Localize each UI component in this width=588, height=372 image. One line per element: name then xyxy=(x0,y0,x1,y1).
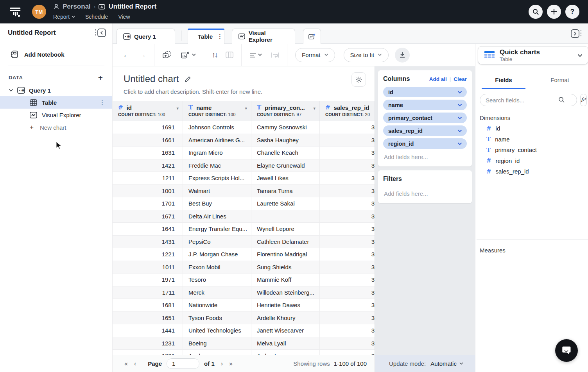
column-field-pill[interactable]: name xyxy=(383,100,467,110)
quick-charts-dropdown[interactable]: Quick charts Table xyxy=(478,46,588,64)
help-button[interactable]: ? xyxy=(565,5,579,19)
add-data-button[interactable]: + xyxy=(98,75,103,80)
table-item-menu-button[interactable]: ⋮ xyxy=(99,99,105,106)
column-header-primary-contact[interactable]: Tprimary_con... ▾ COUNT DISTINCT: 97 xyxy=(251,101,320,121)
column-field-pill[interactable]: id xyxy=(383,87,467,97)
cell-primary-contact: Janett Wisecarver xyxy=(251,324,320,337)
chart-description-placeholder[interactable]: Click to add chart description. Shift-en… xyxy=(124,88,375,95)
breadcrumb-workspace[interactable]: Personal xyxy=(63,3,91,11)
column-header-id[interactable]: #id ▾ COUNT DISTINCT: 100 xyxy=(113,101,183,121)
table-row[interactable]: 1971 Tesoro Mammie Koff 3215 xyxy=(113,274,375,286)
add-all-link[interactable]: Add all xyxy=(429,76,447,82)
tab-table[interactable]: Table ⋮ xyxy=(188,29,224,44)
next-page-button[interactable]: › xyxy=(221,360,223,367)
tab-table-menu-button[interactable]: ⋮ xyxy=(217,33,223,40)
format-dropdown[interactable]: Format xyxy=(295,48,335,62)
clear-link[interactable]: Clear xyxy=(454,76,467,82)
tab-visual-explorer[interactable]: Visual Explorer xyxy=(232,29,295,44)
column-field-pill[interactable]: region_id xyxy=(383,138,467,149)
field-type-icon: # xyxy=(486,168,491,175)
new-chart-tab-button[interactable] xyxy=(303,29,321,44)
table-row[interactable]: 1641 Energy Transfer Equ... Wynell Lepor… xyxy=(113,223,375,236)
tab-fields[interactable]: Fields xyxy=(475,71,532,89)
column-field-pill[interactable]: sales_rep_id xyxy=(383,125,467,136)
divider xyxy=(477,239,588,240)
table-row[interactable]: 1691 Johnson Controls Cammy Sosnowski 32… xyxy=(113,121,375,134)
divider xyxy=(154,44,154,66)
chart-title[interactable]: Untitled chart xyxy=(124,73,179,84)
table-row[interactable]: 1431 PepsiCo Cathleen Delamater 3215 xyxy=(113,236,375,249)
user-avatar[interactable]: TM xyxy=(32,5,46,19)
cell-id: 1661 xyxy=(113,134,183,147)
sidebar-item-query[interactable]: ✳ Query 1 xyxy=(0,84,112,96)
last-page-button[interactable]: » xyxy=(229,360,233,367)
column-menu-caret[interactable]: ▾ xyxy=(313,106,316,111)
menu-report[interactable]: Report xyxy=(53,14,75,20)
column-field-pill[interactable]: primary_contact xyxy=(383,113,467,123)
column-menu-caret[interactable]: ▾ xyxy=(176,106,179,111)
table-row[interactable]: 1231 Boeing Melva Lyall 3215 xyxy=(113,337,375,350)
chat-support-button[interactable] xyxy=(555,339,578,362)
add-button[interactable] xyxy=(547,5,561,19)
add-formula-button[interactable]: fx+ xyxy=(580,94,587,106)
dimension-field[interactable]: T name xyxy=(475,134,588,145)
tab-format[interactable]: Format xyxy=(532,71,588,89)
page-number-input[interactable] xyxy=(167,358,199,369)
add-summary-button[interactable] xyxy=(162,51,172,59)
update-mode-bar: Update mode: Automatic xyxy=(375,355,475,372)
redo-button[interactable]: → xyxy=(139,51,146,59)
table-row[interactable]: 1001 Walmart Tamara Tuma 3215 xyxy=(113,185,375,198)
table-row[interactable]: 1421 Freddie Mac Elayne Grunewald 3215 xyxy=(113,159,375,172)
size-to-fit-dropdown[interactable]: Size to fit xyxy=(344,48,389,62)
dimension-field[interactable]: # sales_rep_id xyxy=(475,166,588,177)
cell-name: Boeing xyxy=(183,337,251,350)
table-row[interactable]: 1651 Tyson Foods Ardelle Khoury 3215 xyxy=(113,312,375,325)
table-row[interactable]: 1681 Nationwide Henriette Dawes 3215 xyxy=(113,299,375,312)
prev-page-button[interactable]: ‹ xyxy=(134,360,136,367)
expand-panel-button[interactable] xyxy=(570,29,583,39)
update-mode-dropdown[interactable]: Automatic xyxy=(430,360,463,367)
remove-summary-dropdown[interactable] xyxy=(180,51,196,59)
table-row[interactable]: 1441 United Technologies Janett Wisecarv… xyxy=(113,324,375,337)
cell-id: 1421 xyxy=(113,159,183,172)
tab-query-1[interactable]: ✳ Query 1 xyxy=(117,29,175,44)
table-row[interactable]: 1021 Apple Jodee Lupo 3215 xyxy=(113,350,375,355)
trevor-logo-icon[interactable] xyxy=(8,4,23,19)
edit-title-button[interactable] xyxy=(185,76,191,82)
table-row[interactable]: 1701 Best Buy Laurette Sakai 3215 xyxy=(113,197,375,210)
menu-view[interactable]: View xyxy=(118,14,130,20)
chart-settings-button[interactable] xyxy=(351,72,366,87)
columns-drop-placeholder[interactable]: Add fields here... xyxy=(383,151,467,162)
sidebar-item-visual-explorer[interactable]: Visual Explorer xyxy=(0,109,112,121)
sidebar-item-new-chart[interactable]: + New chart xyxy=(0,121,112,134)
menu-schedule[interactable]: Schedule xyxy=(85,14,108,20)
table-row[interactable]: 1671 Delta Air Lines 3215 xyxy=(113,210,375,223)
filters-drop-placeholder[interactable]: Add fields here... xyxy=(383,188,467,199)
column-header-name[interactable]: Tname ▾ COUNT DISTINCT: 100 xyxy=(183,101,251,121)
undo-button[interactable]: ← xyxy=(123,51,130,59)
cell-id: 1431 xyxy=(113,236,183,248)
first-page-button[interactable]: « xyxy=(124,360,128,367)
add-notebook-button[interactable]: Add Notebook xyxy=(0,42,112,66)
column-settings-button[interactable] xyxy=(226,52,233,58)
column-header-sales-rep-id[interactable]: #sales_rep_id COUNT DISTINCT: 20 xyxy=(320,101,375,121)
dimension-field[interactable]: T primary_contact xyxy=(475,145,588,156)
sort-button[interactable]: ↑↓ xyxy=(212,51,217,59)
table-row[interactable]: 1211 Express Scripts Hol... Jewell Likes… xyxy=(113,172,375,185)
column-menu-caret[interactable]: ▾ xyxy=(245,106,247,111)
wrap-text-button[interactable] xyxy=(271,52,279,58)
dimension-field[interactable]: # id xyxy=(475,123,588,134)
table-row[interactable]: 1711 Merck Willodean Steinberg... 3215 xyxy=(113,286,375,299)
breadcrumb-report-title[interactable]: Untitled Report xyxy=(108,3,156,11)
table-row[interactable]: 1631 Ingram Micro Chanelle Keach 3215 xyxy=(113,147,375,159)
search-button[interactable] xyxy=(529,5,543,19)
download-button[interactable] xyxy=(395,48,410,63)
align-dropdown[interactable] xyxy=(249,52,262,58)
dimension-field[interactable]: # region_id xyxy=(475,156,588,166)
collapse-sidebar-button[interactable] xyxy=(94,28,107,38)
table-row[interactable]: 1011 Exxon Mobil Sung Shields 3215 xyxy=(113,261,375,274)
table-row[interactable]: 1221 J.P. Morgan Chase Florentino Madrig… xyxy=(113,248,375,261)
query-icon: ✳ xyxy=(17,87,25,94)
table-row[interactable]: 1661 American Airlines G... Sasha Haughe… xyxy=(113,134,375,147)
sidebar-item-table[interactable]: Table ⋮ xyxy=(0,96,112,109)
